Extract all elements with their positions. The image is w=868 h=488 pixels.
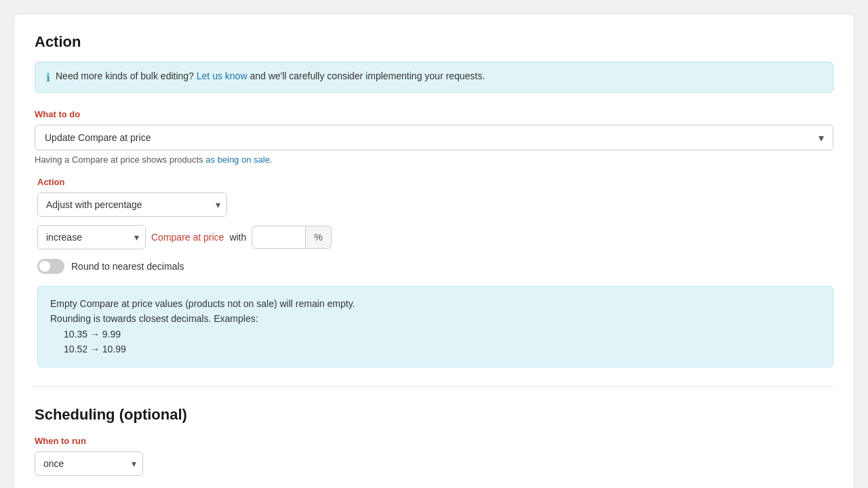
what-to-do-select[interactable]: Update Compare at price Update Price Upd… [35, 125, 833, 150]
scheduling-section: Scheduling (optional) When to run once d… [35, 406, 833, 488]
info-icon: ℹ [46, 71, 50, 84]
percent-input[interactable] [252, 226, 306, 249]
let-us-know-link[interactable]: Let us know [197, 70, 248, 81]
when-to-run-label: When to run [35, 436, 833, 446]
once-select-wrapper: once daily weekly monthly ▾ [35, 451, 143, 476]
percent-input-wrapper: % [252, 226, 331, 249]
once-select[interactable]: once daily weekly monthly [35, 451, 143, 476]
with-label: with [229, 232, 246, 243]
action-type-select[interactable]: Adjust with percentage Set to fixed valu… [37, 192, 227, 217]
sale-link[interactable]: as being on sale [205, 155, 270, 165]
compare-at-price-label: Compare at price [151, 232, 224, 243]
section-divider [35, 386, 833, 387]
what-to-do-select-wrapper: Update Compare at price Update Price Upd… [35, 125, 833, 150]
percentage-controls-row: increase decrease ▾ Compare at price wit… [37, 225, 833, 249]
increase-select-wrapper: increase decrease ▾ [37, 225, 146, 249]
percent-sign: % [306, 226, 331, 249]
round-toggle[interactable] [37, 259, 64, 274]
banner-text: Need more kinds of bulk editing? Let us … [56, 70, 485, 81]
info-banner: ℹ Need more kinds of bulk editing? Let u… [35, 62, 833, 93]
round-toggle-slider [37, 259, 64, 274]
info-line2: Rounding is towards closest decimals. Ex… [50, 311, 821, 326]
action-type-select-wrapper: Adjust with percentage Set to fixed valu… [37, 192, 227, 217]
scheduling-title: Scheduling (optional) [35, 406, 833, 424]
action-title: Action [35, 33, 833, 51]
example1: 10.35 → 9.99 [64, 327, 821, 342]
action-sublabel: Action [37, 177, 833, 187]
rounding-info-box: Empty Compare at price values (products … [37, 286, 833, 367]
what-to-do-label: What to do [35, 109, 833, 119]
info-line1: Empty Compare at price values (products … [50, 296, 821, 311]
main-card: Action ℹ Need more kinds of bulk editing… [14, 14, 854, 488]
action-subsection: Action Adjust with percentage Set to fix… [37, 177, 833, 367]
round-toggle-label: Round to nearest decimals [71, 261, 184, 272]
round-toggle-row: Round to nearest decimals [37, 259, 833, 274]
example2: 10.52 → 10.99 [64, 342, 821, 357]
increase-select[interactable]: increase decrease [37, 225, 146, 249]
help-text: Having a Compare at price shows products… [35, 155, 833, 165]
action-section: Action ℹ Need more kinds of bulk editing… [35, 33, 833, 367]
